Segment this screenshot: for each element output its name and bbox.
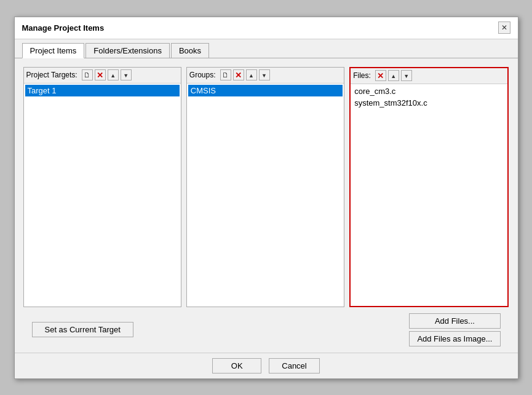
targets-list[interactable]: Target 1 [24, 84, 181, 307]
list-item[interactable]: core_cm3.c [352, 85, 506, 97]
list-item[interactable]: CMSIS [188, 85, 343, 96]
up-icon [110, 72, 116, 79]
files-header: Files: [351, 68, 507, 84]
groups-header: Groups: [187, 68, 344, 84]
tab-project-items[interactable]: Project Items [22, 43, 85, 58]
groups-list[interactable]: CMSIS [187, 84, 344, 307]
groups-new-button[interactable] [220, 69, 231, 80]
panels-row: Project Targets: Target 1 [23, 67, 509, 307]
manage-project-items-dialog: Manage Project Items ✕ Project Items Fol… [14, 17, 518, 379]
content-area: Project Targets: Target 1 [15, 58, 518, 353]
tab-folders-extensions[interactable]: Folders/Extensions [85, 43, 170, 58]
down-icon [403, 72, 409, 79]
files-title: Files: [353, 71, 371, 80]
add-files-button[interactable]: Add Files... [409, 313, 500, 329]
down-icon [123, 72, 129, 79]
set-current-target-button[interactable]: Set as Current Target [32, 322, 133, 337]
tab-books[interactable]: Books [171, 43, 209, 58]
files-delete-button[interactable] [375, 70, 386, 81]
list-item[interactable]: system_stm32f10x.c [352, 97, 506, 109]
groups-panel: Groups: CMSIS [186, 67, 344, 307]
targets-up-button[interactable] [108, 69, 119, 80]
list-item[interactable]: Target 1 [25, 85, 180, 96]
project-targets-header: Project Targets: [24, 68, 181, 84]
title-bar: Manage Project Items ✕ [15, 17, 518, 39]
tabs-container: Project Items Folders/Extensions Books [15, 39, 518, 58]
targets-down-button[interactable] [121, 69, 132, 80]
bottom-bar: Set as Current Target Add Files... Add F… [23, 307, 509, 353]
files-list[interactable]: core_cm3.c system_stm32f10x.c [351, 84, 507, 306]
bottom-right-buttons: Add Files... Add Files as Image... [409, 313, 500, 346]
dialog-title: Manage Project Items [22, 23, 105, 33]
groups-up-button[interactable] [246, 69, 257, 80]
project-targets-title: Project Targets: [26, 71, 77, 79]
close-button[interactable]: ✕ [498, 22, 510, 34]
up-icon [248, 72, 254, 79]
down-icon [261, 72, 267, 79]
targets-new-button[interactable] [82, 69, 93, 80]
add-files-as-image-button[interactable]: Add Files as Image... [409, 331, 500, 346]
new-icon [84, 71, 90, 79]
files-up-button[interactable] [388, 70, 399, 81]
groups-down-button[interactable] [259, 69, 270, 80]
groups-title: Groups: [189, 71, 216, 79]
files-panel: Files: core_cm3.c system_stm32f10x.c [349, 67, 509, 307]
files-down-button[interactable] [401, 70, 412, 81]
footer-bar: OK Cancel [15, 353, 518, 378]
groups-delete-button[interactable] [233, 69, 244, 80]
up-icon [391, 72, 396, 79]
targets-delete-button[interactable] [95, 69, 106, 80]
ok-button[interactable]: OK [212, 358, 261, 373]
new-icon [222, 71, 229, 79]
cancel-button[interactable]: Cancel [269, 358, 319, 373]
project-targets-panel: Project Targets: Target 1 [23, 67, 181, 307]
